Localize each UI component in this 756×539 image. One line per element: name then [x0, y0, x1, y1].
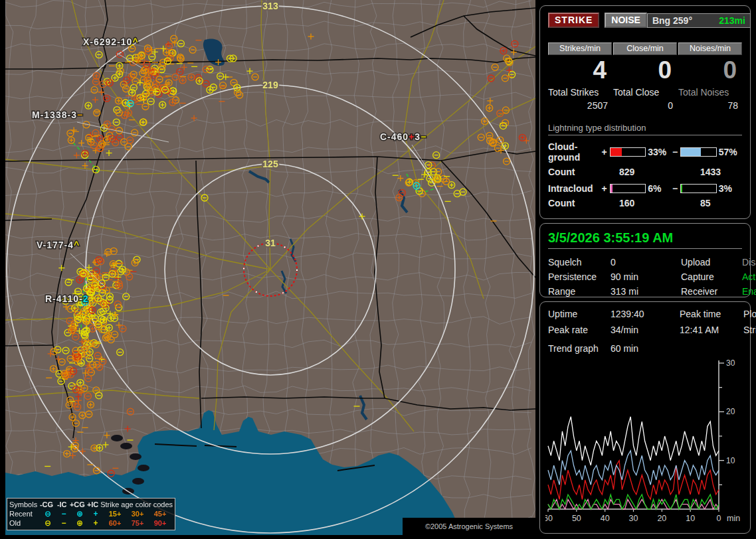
noises-column: Noises/min 0 Total Noises 78 — [678, 42, 742, 111]
minus-sign: − — [672, 147, 679, 157]
receiver-status: Enabled — [742, 286, 756, 297]
range-ring-label-125: 125 — [262, 159, 278, 169]
recent-ncg-icon: ⊖ — [40, 509, 56, 518]
svg-text:min: min — [727, 514, 740, 523]
ic-negative-pct: 3% — [719, 183, 742, 194]
legend-recent-label: Recent — [9, 510, 40, 518]
peak-time-value: 12:41 AM — [680, 325, 743, 335]
range-ring-label-219: 219 — [262, 80, 278, 90]
recent-nic-icon: − — [56, 509, 72, 518]
copyright-text: ©2005 Astrogenic Systems — [403, 518, 535, 535]
count-label: Count — [548, 198, 619, 208]
noise-button[interactable]: NOISE — [605, 13, 647, 28]
recent-pcg-icon: ⊕ — [72, 509, 88, 518]
lightning-map[interactable]: 31321912531X-6292-10^M-1338-3−V-177-4^R-… — [5, 0, 535, 535]
app-window: 31321912531X-6292-10^M-1338-3−V-177-4^R-… — [0, 0, 756, 539]
ic-negative-bar — [680, 184, 716, 193]
total-strikes-value: 2507 — [548, 100, 612, 111]
uptime-label: Uptime — [548, 309, 611, 319]
svg-text:20: 20 — [726, 407, 735, 416]
age-45: 45+ — [149, 510, 171, 518]
legend-old-label: Old — [9, 519, 40, 527]
strikes-column: Strikes/min 4 Total Strikes 2507 — [548, 42, 612, 111]
legend-col-ncg: -CG — [39, 501, 54, 508]
peak-time-label: Peak time — [680, 309, 743, 319]
persistence-value: 90 min — [611, 271, 681, 282]
close-per-min-badge: Close/min — [613, 42, 677, 55]
cg-positive-pct: 33% — [648, 147, 671, 157]
storm-cell-label: C-460+3− — [380, 131, 426, 142]
distribution-header: Lightning type distribution — [548, 123, 742, 135]
trend-graph-label: Trend graph — [548, 343, 611, 354]
svg-text:30: 30 — [629, 514, 638, 523]
total-noises-value: 78 — [678, 100, 742, 111]
close-column: Close/min 0 Total Close 0 — [613, 42, 677, 111]
count-label: Count — [548, 167, 619, 177]
total-close-label: Total Close — [613, 87, 677, 98]
old-ncg-icon: ⊖ — [40, 518, 56, 528]
capture-status: Active — [742, 271, 756, 282]
bearing-value: Bng 259° — [652, 15, 692, 26]
cloud-ground-row: Cloud-ground + 33% − 57% — [548, 141, 742, 163]
age-90: 90+ — [149, 519, 171, 527]
range-ring-label-313: 313 — [262, 1, 278, 11]
legend-col-nic: -IC — [54, 501, 70, 508]
minus-sign: − — [672, 183, 679, 194]
legend-old-row: Old ⊖ − ⊕ + 60+ 75+ 90+ — [9, 518, 173, 528]
range-ring-label-31: 31 — [265, 238, 276, 248]
total-strikes-label: Total Strikes — [548, 87, 612, 98]
datetime-display: 3/5/2026 3:55:19 AM — [548, 230, 742, 249]
total-close-value: 0 — [613, 100, 677, 111]
strikes-per-min-value: 4 — [548, 55, 612, 86]
storm-cell-label: R-4110-2 — [45, 293, 89, 304]
storm-cell-label: X-6292-10^ — [83, 37, 139, 47]
plot-label: Plot — [743, 309, 756, 319]
bearing-distance: 213mi — [719, 15, 745, 26]
old-pcg-icon: ⊕ — [72, 518, 88, 528]
range-value: 313 mi — [611, 286, 681, 297]
storm-cell-label: M-1338-3− — [32, 110, 83, 120]
upload-status: Disabled — [742, 257, 756, 268]
cg-positive-count: 829 — [619, 167, 700, 177]
age-60: 60+ — [104, 519, 126, 527]
svg-text:40: 40 — [601, 514, 610, 523]
strikes-per-min-badge: Strikes/min — [548, 42, 612, 55]
stats-panel: STRIKE NOISE Bng 259° 213mi Strikes/min … — [539, 5, 751, 219]
peak-rate-value: 34/min — [611, 325, 680, 335]
bearing-display: Bng 259° 213mi — [647, 13, 751, 28]
svg-text:60: 60 — [545, 514, 553, 523]
legend-col-pic: +IC — [85, 501, 100, 508]
intracloud-label: Intracloud — [548, 183, 601, 194]
cg-negative-pct: 57% — [719, 147, 742, 157]
squelch-value: 0 — [611, 257, 681, 268]
cg-positive-bar — [610, 147, 646, 157]
storm-cell-label: V-177-4^ — [37, 240, 80, 250]
legend-age-header: Strike age color codes — [100, 501, 173, 508]
peak-rate-label: Peak rate — [548, 325, 611, 335]
strike-button[interactable]: STRIKE — [548, 13, 599, 28]
noises-per-min-badge: Noises/min — [678, 42, 742, 55]
persistence-label: Persistence — [548, 271, 611, 282]
cg-negative-count: 1433 — [700, 167, 721, 177]
trend-graph-window: 60 min — [611, 343, 638, 354]
plus-sign: + — [601, 183, 608, 194]
ic-positive-count: 160 — [619, 198, 700, 208]
trend-panel: Uptime 1239:40 Peak time Plot Peak rate … — [539, 301, 751, 534]
svg-text:30: 30 — [726, 358, 735, 368]
receiver-label: Receiver — [681, 286, 742, 297]
legend-header-row: Symbols -CG -IC +CG +IC Strike age color… — [9, 500, 173, 509]
cg-negative-bar — [680, 147, 716, 157]
age-15: 15+ — [104, 510, 126, 518]
trend-graph: 1020306050403020100min — [545, 358, 745, 525]
ic-positive-pct: 6% — [648, 183, 671, 194]
svg-text:10: 10 — [686, 514, 695, 523]
total-noises-label: Total Noises — [678, 87, 742, 98]
svg-text:10: 10 — [726, 456, 735, 465]
close-per-min-value: 0 — [613, 55, 677, 86]
old-nic-icon: − — [56, 518, 72, 528]
intracloud-count-row: Count 160 85 — [548, 198, 742, 208]
range-label: Range — [548, 286, 611, 297]
upload-label: Upload — [681, 257, 742, 268]
legend-recent-row: Recent ⊖ − ⊕ + 15+ 30+ 45+ — [9, 509, 173, 518]
ic-negative-count: 85 — [700, 198, 711, 208]
